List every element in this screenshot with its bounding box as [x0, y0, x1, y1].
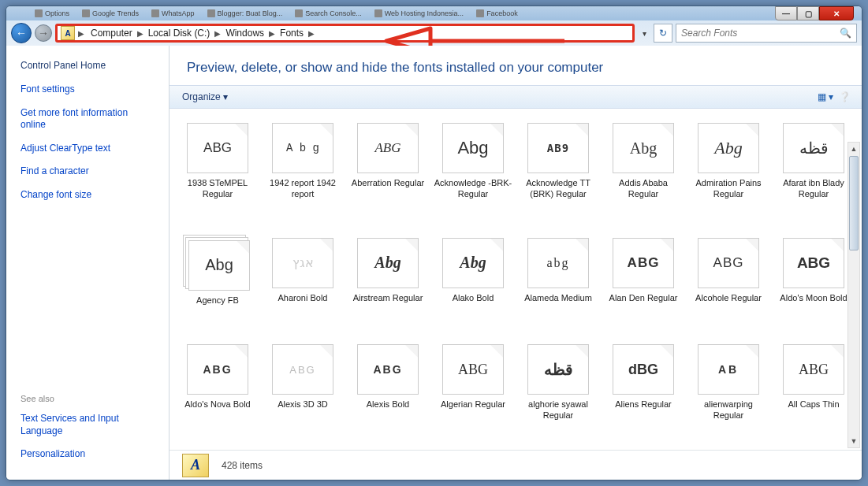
font-item[interactable]: ABGAldo's Moon Bold — [773, 238, 855, 321]
browser-tab[interactable]: Search Console... — [290, 9, 367, 18]
tab-favicon — [82, 9, 90, 17]
chevron-right-icon[interactable]: ▶ — [213, 29, 222, 38]
font-label: Alexis 3D 3D — [278, 399, 328, 410]
font-preview-thumb: abg — [527, 238, 589, 288]
see-also-link[interactable]: Personalization — [13, 445, 162, 464]
search-input[interactable]: 🔍 — [676, 24, 857, 43]
item-count-label: 428 items — [222, 460, 263, 471]
see-also-heading: See also — [13, 391, 162, 406]
font-item[interactable]: قظهalghorie syawal Regular — [517, 344, 599, 436]
browser-tab[interactable]: Facebook — [471, 9, 523, 18]
status-bar: A 428 items — [170, 450, 862, 480]
font-item[interactable]: ABGAll Caps Thin — [773, 344, 855, 436]
breadcrumb-segment[interactable]: Local Disk (C:) — [145, 28, 214, 39]
browser-tab[interactable]: Google Trends — [77, 9, 143, 18]
font-preview-thumb: قظه — [527, 344, 589, 395]
font-item[interactable]: ABalienwarping Regular — [687, 344, 769, 436]
see-also-link[interactable]: Text Services and Input Language — [13, 410, 162, 440]
font-item[interactable]: AB9Acknowledge TT (BRK) Regular — [517, 123, 599, 214]
font-item[interactable]: ABGAlexis 3D 3D — [262, 344, 344, 436]
organize-button[interactable]: Organize ▾ — [177, 90, 233, 104]
tab-label: WhatsApp — [162, 9, 195, 17]
font-item[interactable]: ABGAldo's Nova Bold — [177, 344, 259, 436]
font-item[interactable]: قظهAfarat ibn Blady Regular — [773, 123, 855, 214]
font-preview-thumb: قظه — [783, 123, 844, 173]
font-item[interactable]: abgAlameda Medium — [517, 238, 599, 321]
address-toolbar: ← → A ▶ Computer▶Local Disk (C:)▶Windows… — [6, 20, 862, 46]
font-preview-thumb: ABG — [442, 344, 504, 395]
nav-back-button[interactable]: ← — [11, 23, 32, 43]
font-preview-thumb: A b g — [272, 123, 333, 173]
chevron-right-icon[interactable]: ▶ — [267, 29, 277, 38]
font-item[interactable]: ABGAlgerian Regular — [432, 344, 514, 436]
scroll-down-icon[interactable]: ▼ — [848, 435, 859, 447]
sidebar-link[interactable]: Get more font information online — [13, 104, 162, 135]
font-preview-thumb: Abg — [188, 240, 250, 291]
browser-tab[interactable]: Blogger: Buat Blog... — [203, 9, 288, 18]
font-item[interactable]: אגץAharoni Bold — [262, 238, 344, 321]
chevron-right-icon[interactable]: ▶ — [307, 29, 316, 38]
sidebar-link[interactable]: Change font size — [13, 186, 162, 205]
font-item[interactable]: ABGAlan Den Regular — [602, 238, 684, 321]
breadcrumb-segment[interactable]: Computer — [88, 28, 136, 39]
font-preview-thumb: ABG — [357, 123, 419, 173]
breadcrumb-segment[interactable]: Fonts — [277, 28, 307, 39]
font-preview-thumb: AB — [698, 344, 759, 395]
font-label: 1938 STeMPEL Regular — [178, 178, 257, 200]
browser-tab[interactable]: WhatsApp — [147, 9, 199, 18]
font-item[interactable]: ABGAlexis Bold — [347, 344, 429, 436]
font-label: Alameda Medium — [524, 293, 592, 304]
refresh-button[interactable]: ↻ — [654, 24, 672, 43]
font-item[interactable]: AbgAgency FB — [177, 238, 259, 321]
breadcrumb-bar[interactable]: A ▶ Computer▶Local Disk (C:)▶Windows▶Fon… — [55, 24, 635, 43]
browser-tab[interactable]: Options — [30, 9, 74, 18]
font-item[interactable]: AbgAcknowledge -BRK- Regular — [432, 123, 514, 214]
font-label: Acknowledge -BRK- Regular — [434, 178, 512, 200]
font-label: Aberration Regular — [352, 178, 424, 189]
tab-favicon — [151, 9, 159, 17]
maximize-button[interactable]: ▢ — [797, 6, 819, 20]
font-item[interactable]: ABG1938 STeMPEL Regular — [177, 123, 259, 214]
font-preview-thumb: ABG — [698, 238, 759, 288]
close-button[interactable]: ✕ — [819, 6, 854, 20]
chevron-right-icon[interactable]: ▶ — [136, 29, 145, 38]
tab-label: Facebook — [486, 9, 518, 17]
vertical-scrollbar[interactable]: ▲ ▼ — [848, 142, 860, 448]
font-label: Acknowledge TT (BRK) Regular — [519, 178, 598, 200]
font-preview-thumb: Abg — [613, 123, 674, 173]
main-pane: Preview, delete, or show and hide the fo… — [170, 46, 862, 480]
search-icon: 🔍 — [840, 28, 851, 39]
font-item[interactable]: A b g1942 report 1942 report — [262, 123, 344, 214]
tab-label: Blogger: Buat Blog... — [218, 9, 283, 17]
nav-forward-button[interactable]: → — [35, 24, 52, 42]
font-item[interactable]: ABGAlcohole Regular — [687, 238, 769, 321]
sidebar-link[interactable]: Font settings — [13, 80, 162, 99]
font-item[interactable]: AbgAddis Ababa Regular — [602, 123, 684, 214]
font-item[interactable]: AbgAirstream Regular — [347, 238, 429, 321]
scroll-up-icon[interactable]: ▲ — [848, 143, 859, 155]
browser-tab[interactable]: Web Hosting Indonesia... — [370, 9, 468, 18]
minimize-button[interactable]: — — [775, 6, 797, 20]
font-preview-thumb: ABG — [272, 344, 333, 395]
font-label: Aharoni Bold — [278, 293, 328, 304]
font-label: Alako Bold — [453, 293, 494, 304]
font-item[interactable]: dBGAliens Regular — [602, 344, 684, 436]
search-field[interactable] — [681, 28, 840, 39]
help-icon[interactable]: ❔ — [835, 88, 854, 106]
sidebar-home-link[interactable]: Control Panel Home — [13, 57, 162, 74]
font-item[interactable]: AbgAlako Bold — [432, 238, 514, 321]
font-item[interactable]: ABGAberration Regular — [347, 123, 429, 214]
breadcrumb-segment[interactable]: Windows — [222, 28, 267, 39]
view-options-icon[interactable]: ▦ ▾ — [816, 88, 835, 106]
sidebar-link[interactable]: Find a character — [13, 162, 162, 181]
font-label: Afarat ibn Blady Regular — [774, 178, 853, 200]
address-dropdown[interactable]: ▾ — [638, 29, 650, 38]
font-label: All Caps Thin — [788, 399, 839, 410]
font-item[interactable]: AbgAdmiration Pains Regular — [687, 123, 769, 214]
fonts-window: — ▢ ✕ OptionsGoogle TrendsWhatsAppBlogge… — [6, 6, 862, 480]
sidebar-link[interactable]: Adjust ClearType text — [13, 139, 162, 158]
scroll-thumb[interactable] — [849, 156, 859, 250]
page-title: Preview, delete, or show and hide the fo… — [170, 46, 862, 85]
font-preview-thumb: ABG — [783, 344, 844, 395]
window-body: Control Panel Home Font settingsGet more… — [6, 46, 862, 480]
